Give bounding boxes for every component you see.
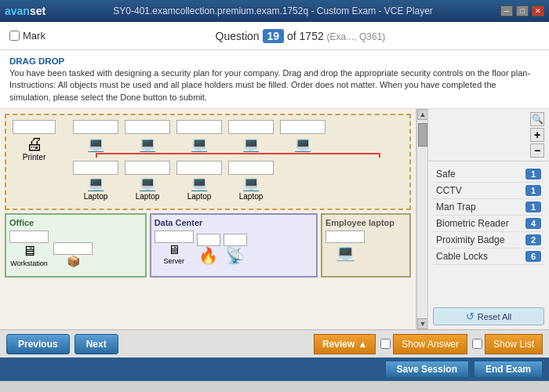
laptop-icon-8: 💻 <box>191 175 208 192</box>
datacenter-devices: 🖥 Server 🔥 📡 <box>155 230 313 265</box>
slot-8[interactable] <box>176 161 222 175</box>
slot-4[interactable] <box>228 120 274 134</box>
show-answer-check-area: Show Answer <box>380 334 467 354</box>
dc-device-2: 🔥 <box>197 234 220 265</box>
server-icon: 🖥 <box>168 243 180 257</box>
laptop-label-2: Laptop <box>136 192 160 201</box>
laptop-icon-7: 💻 <box>139 175 156 192</box>
review-button[interactable]: Review ▲ <box>314 334 376 354</box>
item-cablelocks-label: Cable Locks <box>436 251 488 262</box>
logo-area: avanset <box>5 5 45 17</box>
slot-5[interactable] <box>280 120 325 134</box>
end-exam-button[interactable]: End Exam <box>474 361 543 378</box>
zoom-out-button[interactable]: − <box>530 143 544 158</box>
show-list-check-area: Show List <box>472 334 543 354</box>
close-button[interactable]: ✕ <box>532 5 544 16</box>
scroll-up-button[interactable]: ▲ <box>417 109 428 120</box>
office-slot-1[interactable] <box>9 230 49 243</box>
printer-label: Printer <box>23 153 45 162</box>
maximize-button[interactable]: □ <box>516 5 529 16</box>
office-devices: 🖥 Workstation 📦 <box>9 230 142 267</box>
show-answer-button[interactable]: Show Answer <box>393 334 467 354</box>
dc-device-1: 🖥 Server <box>155 230 194 265</box>
review-arrow-icon: ▲ <box>358 339 367 350</box>
content-area: DRAG DROP You have been tasked with desi… <box>0 50 549 358</box>
of-label: of <box>287 30 300 42</box>
office-device-1: 🖥 Workstation <box>9 230 49 267</box>
emp-device: 💻 <box>325 230 365 262</box>
zoom-in-button[interactable]: + <box>530 128 544 142</box>
mark-checkbox-area[interactable]: Mark <box>9 30 45 42</box>
emp-slot[interactable] <box>325 230 365 243</box>
mark-checkbox[interactable] <box>9 31 20 41</box>
laptop-label-1: Laptop <box>84 192 108 201</box>
window-controls[interactable]: ─ □ ✕ <box>500 5 544 16</box>
item-cablelocks-count: 6 <box>525 251 541 262</box>
office-section: Office 🖥 Workstation 📦 <box>5 213 147 278</box>
previous-button[interactable]: Previous <box>6 334 70 354</box>
laptop-col-2: 💻 Laptop <box>125 175 170 201</box>
item-biometric-count: 4 <box>525 218 541 229</box>
fire-icon: 🔥 <box>198 246 218 265</box>
printer-slot-top[interactable] <box>13 120 56 134</box>
datacenter-label: Data Center <box>155 218 313 227</box>
laptop-top-slots <box>73 120 403 134</box>
laptop-icon-4: 💻 <box>228 136 274 153</box>
zoom-tools: 🔍 + − <box>428 109 549 162</box>
show-list-checkbox[interactable] <box>472 339 482 349</box>
slot-9[interactable] <box>228 161 274 175</box>
item-proximity-count: 2 <box>525 234 541 245</box>
wifi-icon: 📡 <box>225 246 245 265</box>
window-title: SY0-401.examcollection.premium.exam.1752… <box>45 5 500 16</box>
item-safe-count: 1 <box>525 169 541 180</box>
employee-section: Employee laptop 💻 <box>321 213 411 278</box>
mark-label: Mark <box>23 30 45 42</box>
item-proximity-label: Proximity Badge <box>436 234 504 245</box>
slot-2[interactable] <box>125 120 170 134</box>
exam-meta: (Exa..., Q361) <box>327 31 386 42</box>
show-list-button[interactable]: Show List <box>485 334 543 354</box>
slot-7[interactable] <box>125 161 170 175</box>
question-text-area: DRAG DROP You have been tasked with desi… <box>0 50 549 109</box>
slot-1[interactable] <box>73 120 118 134</box>
floor-plan-canvas[interactable]: 🖨 Printer <box>0 109 416 329</box>
reset-all-button[interactable]: ↺ Reset All <box>433 307 544 325</box>
vertical-scrollbar[interactable]: ▲ ▼ <box>416 109 427 329</box>
simulation-area: 🖨 Printer <box>0 109 549 329</box>
laptop-col-4: 💻 Laptop <box>228 175 274 201</box>
slot-3[interactable] <box>176 120 222 134</box>
reset-label: Reset All <box>478 312 511 321</box>
laptop-col-3: 💻 Laptop <box>176 175 222 201</box>
items-list: Safe 1 CCTV 1 Man Trap 1 Biometric Reade… <box>428 162 549 303</box>
dc-slot-1[interactable] <box>155 230 194 243</box>
office-device-2: 📦 <box>53 242 93 267</box>
zoom-search-button[interactable]: 🔍 <box>530 112 544 126</box>
server-label: Server <box>163 257 184 265</box>
employee-devices: 💻 <box>325 230 406 262</box>
item-cctv-label: CCTV <box>436 185 462 196</box>
workstation-label: Workstation <box>10 260 47 267</box>
office-slot-2[interactable] <box>53 242 93 255</box>
slot-6[interactable] <box>73 161 118 175</box>
show-answer-checkbox[interactable] <box>380 339 391 349</box>
office-device-icon-2: 📦 <box>67 255 80 267</box>
laptop-icon-6: 💻 <box>87 175 104 192</box>
bottom-sections: Office 🖥 Workstation 📦 <box>5 213 411 278</box>
laptop-top-row: 💻 💻 💻 💻 💻 <box>73 136 403 153</box>
emp-laptop-icon: 💻 <box>336 243 355 262</box>
item-mantrap: Man Trap 1 <box>433 199 544 216</box>
scroll-down-button[interactable]: ▼ <box>417 318 428 329</box>
minimize-button[interactable]: ─ <box>500 5 513 16</box>
dc-slot-2[interactable] <box>197 234 220 246</box>
question-header: Mark Question 19 of 1752 (Exa..., Q361) <box>0 22 549 50</box>
dc-slot-3[interactable] <box>224 234 247 246</box>
item-cctv: CCTV 1 <box>433 183 544 199</box>
next-button[interactable]: Next <box>75 334 118 354</box>
office-workstation-icon: 🖥 <box>22 243 36 260</box>
item-cablelocks: Cable Locks 6 <box>433 249 544 265</box>
item-safe-label: Safe <box>436 169 456 180</box>
item-biometric-label: Biometric Reader <box>436 218 509 229</box>
footer-bar: Save Session End Exam <box>0 358 549 381</box>
scroll-thumb[interactable] <box>418 123 427 147</box>
save-session-button[interactable]: Save Session <box>385 361 469 378</box>
